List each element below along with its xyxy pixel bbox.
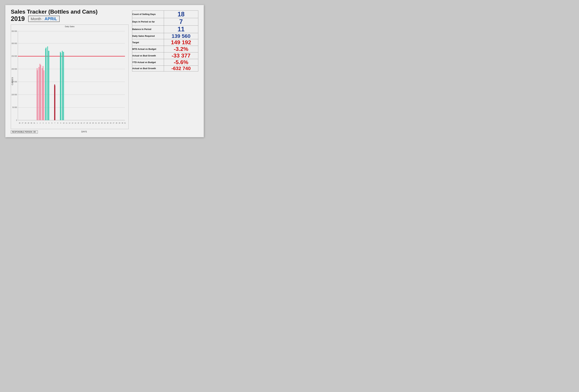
- svg-text:100 000: 100 000: [11, 93, 17, 95]
- stat-value-text-4: 149 192: [171, 39, 191, 46]
- svg-text:200 000: 200 000: [11, 68, 17, 70]
- title-area: Sales Tracker (Bottles and Cans) 2019 Mo…: [11, 9, 129, 22]
- chart-title: Daily Sales: [11, 25, 128, 28]
- svg-text:24: 24: [104, 122, 106, 124]
- svg-text:5: 5: [49, 122, 49, 124]
- svg-text:28: 28: [25, 122, 26, 124]
- whiteboard: Sales Tracker (Bottles and Cans) 2019 Mo…: [5, 5, 204, 137]
- stats-table: Count of Selling Days 18 Days in Period …: [132, 10, 198, 71]
- svg-text:23: 23: [101, 122, 103, 124]
- stat-value-text-7: -5.6%: [174, 59, 188, 65]
- stat-value-6: -33 377: [164, 52, 198, 59]
- month-box: Month : APRiL: [28, 16, 60, 22]
- table-row: Daily Sales Required 139 560: [132, 33, 198, 39]
- svg-text:31: 31: [124, 122, 126, 124]
- svg-rect-61: [48, 51, 49, 120]
- chart-container: Daily Sales CASES 0 50 000 100 000 150 0…: [11, 25, 129, 129]
- svg-text:26: 26: [110, 122, 111, 124]
- month-value: APRiL: [45, 16, 57, 21]
- svg-text:8: 8: [57, 122, 58, 124]
- svg-text:30: 30: [122, 122, 123, 124]
- table-row: Days in Period so far 7: [132, 18, 198, 25]
- chart-svg: CASES 0 50 000 100 000 150 000 200 000: [11, 25, 128, 129]
- svg-text:14: 14: [74, 122, 76, 124]
- svg-text:17: 17: [83, 122, 85, 124]
- stat-label-7: YTD Actual vs Budget: [132, 59, 164, 65]
- main-title: Sales Tracker (Bottles and Cans): [11, 9, 129, 15]
- stat-value-7: -5.6%: [164, 59, 198, 65]
- svg-text:300 000: 300 000: [11, 42, 17, 44]
- svg-rect-64: [63, 52, 64, 120]
- days-axis-label: DAYS: [40, 131, 129, 133]
- svg-text:18: 18: [86, 122, 88, 124]
- svg-text:150 000: 150 000: [11, 81, 17, 83]
- stat-value-5: -3.2%: [164, 46, 198, 52]
- svg-text:50 000: 50 000: [12, 106, 17, 108]
- svg-text:0: 0: [16, 119, 17, 121]
- right-section: Count of Selling Days 18 Days in Period …: [132, 9, 198, 133]
- table-row: Target 149 192: [132, 39, 198, 46]
- svg-text:4: 4: [46, 122, 46, 124]
- table-row: YTD Actual vs Budget -5.6%: [132, 59, 198, 65]
- svg-text:2: 2: [40, 122, 40, 124]
- svg-text:6: 6: [52, 122, 52, 124]
- table-row: Balance in Period 11: [132, 25, 198, 33]
- stat-value-0: 18: [164, 10, 198, 18]
- svg-text:27: 27: [22, 122, 23, 124]
- svg-text:16: 16: [80, 122, 82, 124]
- stat-label-0: Count of Selling Days: [132, 10, 164, 18]
- stat-label-3: Daily Sales Required: [132, 33, 164, 39]
- stat-value-4: 149 192: [164, 39, 198, 46]
- stat-value-1: 7: [164, 18, 198, 25]
- stat-value-text-3: 139 560: [172, 33, 190, 39]
- svg-text:13: 13: [72, 122, 73, 124]
- svg-text:19: 19: [89, 122, 91, 124]
- stat-value-text-0: 18: [178, 11, 185, 18]
- month-label: Month :: [31, 17, 43, 21]
- stat-value-2: 11: [164, 25, 198, 33]
- svg-text:29: 29: [28, 122, 29, 124]
- stat-value-text-6: -33 377: [172, 53, 191, 59]
- stat-value-3: 139 560: [164, 33, 198, 39]
- left-section: Sales Tracker (Bottles and Cans) 2019 Mo…: [11, 9, 129, 133]
- svg-text:350 000: 350 000: [11, 30, 17, 32]
- stat-value-text-2: 11: [178, 26, 185, 33]
- svg-text:27: 27: [113, 122, 114, 124]
- table-row: MTD Actual vs Budget -3.2%: [132, 46, 198, 52]
- svg-text:20: 20: [92, 122, 94, 124]
- year-label: 2019: [11, 15, 25, 22]
- svg-text:28: 28: [116, 122, 117, 124]
- svg-text:15: 15: [77, 122, 79, 124]
- stat-value-text-1: 7: [179, 18, 183, 25]
- stat-value-8: -632 740: [164, 65, 198, 71]
- stat-label-1: Days in Period so far: [132, 18, 164, 25]
- svg-text:21: 21: [95, 122, 97, 124]
- responsible-box: RESPONSIBLE PERSON: OB :: [11, 131, 38, 133]
- stat-value-text-8: -632 740: [171, 66, 191, 71]
- stat-label-8: Actual vs Bud Growth: [132, 65, 164, 71]
- stat-label-2: Balance in Period: [132, 25, 164, 33]
- table-row: Actual vs Bud Growth -632 740: [132, 65, 198, 71]
- svg-text:250 000: 250 000: [11, 55, 17, 57]
- stat-label-4: Target: [132, 39, 164, 46]
- svg-text:26: 26: [19, 122, 20, 124]
- svg-text:29: 29: [119, 122, 120, 124]
- svg-text:3: 3: [43, 122, 43, 124]
- svg-text:9: 9: [60, 122, 61, 124]
- year-month-row: 2019 Month : APRiL: [11, 15, 129, 22]
- stat-label-5: MTD Actual vs Budget: [132, 46, 164, 52]
- svg-text:22: 22: [98, 122, 100, 124]
- svg-text:7: 7: [55, 122, 55, 124]
- svg-text:10: 10: [63, 122, 65, 124]
- table-row: Count of Selling Days 18: [132, 10, 198, 18]
- svg-text:31: 31: [33, 122, 35, 124]
- svg-text:30: 30: [31, 122, 32, 124]
- svg-text:25: 25: [107, 122, 109, 124]
- svg-text:11: 11: [66, 122, 68, 124]
- table-row: Actual vs Bud Growth -33 377: [132, 52, 198, 59]
- stat-label-6: Actual vs Bud Growth: [132, 52, 164, 59]
- stat-value-text-5: -3.2%: [174, 46, 188, 52]
- svg-text:1: 1: [37, 122, 37, 124]
- svg-text:12: 12: [69, 122, 71, 124]
